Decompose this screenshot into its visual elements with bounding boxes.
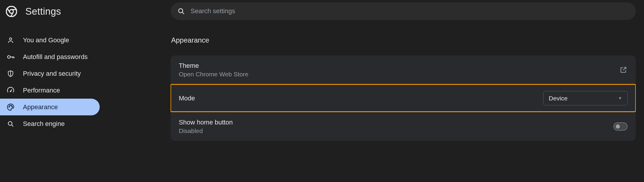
- svg-point-7: [11, 105, 12, 106]
- app-header: Settings: [0, 2, 171, 32]
- palette-icon: [6, 103, 15, 111]
- sidebar-item-appearance[interactable]: Appearance: [0, 99, 100, 115]
- mode-selected-value: Device: [549, 95, 568, 102]
- sidebar-item-label: Autofill and passwords: [23, 53, 88, 61]
- sidebar-item-privacy-and-security[interactable]: Privacy and security: [0, 65, 100, 82]
- chevron-down-icon: ▼: [618, 96, 622, 100]
- sidebar-nav: You and Google Autofill and passwords: [0, 32, 171, 132]
- home-button-toggle[interactable]: [613, 122, 628, 131]
- external-link-icon: [619, 66, 628, 74]
- sidebar-item-label: You and Google: [23, 36, 69, 44]
- svg-point-3: [8, 55, 10, 58]
- search-icon: [6, 120, 15, 128]
- appearance-card: Theme Open Chrome Web Store Mode Device: [171, 55, 636, 141]
- search-icon: [177, 7, 185, 15]
- mode-row: Mode Device ▼: [171, 84, 636, 112]
- svg-point-4: [10, 91, 11, 92]
- theme-title: Theme: [179, 62, 248, 70]
- theme-subtitle: Open Chrome Web Store: [179, 71, 248, 78]
- theme-row[interactable]: Theme Open Chrome Web Store: [171, 55, 636, 84]
- svg-point-5: [9, 106, 10, 107]
- shield-icon: [6, 70, 15, 78]
- sidebar-item-you-and-google[interactable]: You and Google: [0, 32, 100, 48]
- sidebar-item-autofill-and-passwords[interactable]: Autofill and passwords: [0, 48, 100, 65]
- svg-point-10: [178, 9, 183, 13]
- key-icon: [6, 53, 15, 61]
- svg-point-2: [9, 38, 12, 40]
- sidebar-item-label: Appearance: [23, 103, 58, 111]
- mode-select[interactable]: Device ▼: [543, 91, 628, 105]
- home-button-subtitle: Disabled: [179, 127, 233, 134]
- sidebar-item-search-engine[interactable]: Search engine: [0, 115, 100, 132]
- sidebar-item-label: Search engine: [23, 120, 65, 128]
- home-button-row[interactable]: Show home button Disabled: [171, 112, 636, 141]
- sidebar-item-label: Performance: [23, 87, 60, 94]
- person-icon: [6, 36, 15, 44]
- app-title: Settings: [25, 6, 61, 17]
- toggle-knob: [616, 124, 620, 129]
- svg-point-8: [12, 107, 13, 107]
- home-button-title: Show home button: [179, 119, 233, 126]
- chrome-icon: [6, 6, 17, 17]
- mode-title: Mode: [179, 95, 195, 102]
- section-title: Appearance: [171, 36, 636, 44]
- svg-point-6: [10, 105, 11, 106]
- sidebar-item-label: Privacy and security: [23, 70, 81, 77]
- search-input[interactable]: [191, 7, 629, 15]
- search-bar[interactable]: [171, 2, 636, 20]
- sidebar-item-performance[interactable]: Performance: [0, 82, 100, 99]
- svg-point-9: [8, 122, 12, 125]
- speedometer-icon: [6, 86, 15, 95]
